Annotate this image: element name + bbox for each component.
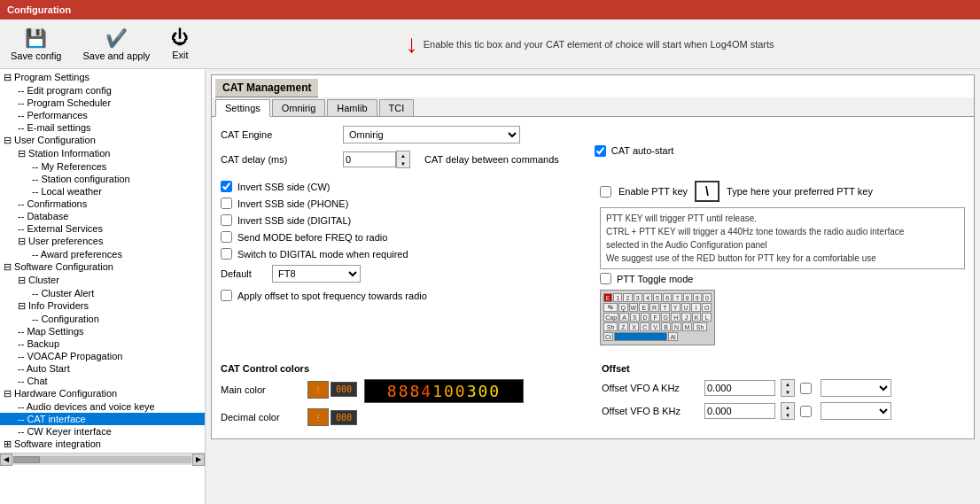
cat-delay-up[interactable]: ▲ (397, 151, 409, 159)
sidebar-item-voacap[interactable]: -- VOACAP Propagation (0, 350, 205, 362)
sidebar-item-station-information[interactable]: ⊟ Station Information (0, 147, 205, 160)
kb-8-key: 8 (683, 293, 692, 302)
vfo-a-up[interactable]: ▲ (782, 380, 794, 388)
sidebar-item-local-weather[interactable]: -- Local weather (0, 185, 205, 198)
vfo-a-select[interactable] (821, 379, 891, 397)
sidebar-item-hardware-configuration[interactable]: ⊟ Hardware Configuration (0, 387, 205, 400)
invert-ssb-digital-label: Invert SSB side (DIGITAL) (237, 215, 351, 226)
cat-autostart-checkbox[interactable] (595, 145, 606, 157)
sidebar-item-user-preferences[interactable]: ⊟ User preferences (0, 235, 205, 248)
switch-digital-checkbox[interactable] (221, 248, 232, 260)
kb-e-key: E (639, 303, 649, 312)
invert-ssb-cw-checkbox[interactable] (221, 181, 232, 192)
kb-6-key: 6 (663, 293, 672, 302)
content-area: CAT Management Settings Omnirig Hamlib T… (206, 69, 980, 504)
invert-ssb-phone-row: Invert SSB side (PHONE) (221, 198, 586, 209)
send-mode-label: Send MODE before FREQ to radio (237, 232, 387, 243)
kb-r-key: R (649, 303, 659, 312)
sidebar-item-my-references[interactable]: -- My References (0, 160, 205, 173)
sidebar-item-auto-start[interactable]: -- Auto Start (0, 362, 205, 375)
exit-button[interactable]: ⏻ Exit (167, 26, 192, 62)
vfo-a-label: Offset VFO A KHz (602, 383, 699, 393)
vfo-b-down[interactable]: ▼ (782, 411, 794, 419)
panel-title: CAT Management (215, 79, 318, 97)
sidebar-item-software-configuration[interactable]: ⊟ Software Configuration (0, 260, 205, 274)
sidebar-item-email-settings[interactable]: -- E-mail settings (0, 121, 205, 134)
sidebar-item-map-settings[interactable]: -- Map Settings (0, 325, 205, 337)
default-mode-select[interactable]: FT8 SSB CW AM FM (272, 265, 361, 283)
decimal-color-swatch[interactable]: ⋮ (307, 408, 329, 426)
kb-f-key: F (650, 313, 660, 322)
sidebar-item-cluster[interactable]: ⊟ Cluster (0, 274, 205, 287)
vfo-b-up[interactable]: ▲ (782, 403, 794, 411)
sidebar-item-program-scheduler[interactable]: -- Program Scheduler (0, 97, 205, 109)
kb-n-key: N (672, 322, 681, 331)
sidebar-item-external-services[interactable]: -- External Services (0, 222, 205, 235)
kb-h-key: H (671, 313, 681, 322)
power-icon: ⏻ (171, 27, 189, 48)
sidebar-item-cat-interface[interactable]: -- CAT interface (0, 413, 205, 425)
sidebar-item-info-providers[interactable]: ⊟ Info Providers (0, 299, 205, 313)
hint-text: Enable this tic box and your CAT element… (424, 39, 774, 50)
sidebar-scrollbar-x[interactable]: ◀ ▶ (0, 453, 205, 465)
right-col: Enable PTT key \ Type here your preferre… (600, 181, 965, 345)
default-mode-label: Default (221, 268, 265, 279)
tab-tci[interactable]: TCI (379, 99, 415, 116)
sidebar-item-chat[interactable]: -- Chat (0, 375, 205, 387)
sidebar-item-audio-devices[interactable]: -- Audio devices and voice keye (0, 400, 205, 413)
save-config-button[interactable]: 💾 Save config (7, 26, 65, 63)
main-color-label: Main color (221, 384, 300, 395)
cat-delay-row: CAT delay (ms) ▲ ▼ CAT delay between com… (221, 151, 559, 168)
sidebar-item-cluster-alert[interactable]: -- Cluster Alert (0, 287, 205, 299)
scroll-right-btn[interactable]: ▶ (192, 454, 205, 466)
sidebar-item-station-configuration[interactable]: -- Station configuration (0, 173, 205, 185)
cat-delay-down[interactable]: ▼ (397, 159, 409, 167)
tab-hamlib[interactable]: Hamlib (327, 99, 377, 116)
kb-5-key: 5 (653, 293, 662, 302)
invert-ssb-digital-checkbox[interactable] (221, 214, 232, 226)
vfo-a-input[interactable] (704, 380, 775, 396)
sidebar-item-user-configuration[interactable]: ⊟ User Configuration (0, 134, 205, 147)
sidebar-item-award-preferences[interactable]: -- Award preferences (0, 248, 205, 260)
vfo-b-label: Offset VFO B KHz (602, 406, 699, 416)
sidebar-item-configuration[interactable]: -- Configuration (0, 313, 205, 325)
tab-omnirig[interactable]: Omnirig (272, 99, 326, 116)
apply-offset-label: Apply offset to spot frequency towards r… (237, 291, 427, 301)
kb-3-key: 3 (634, 293, 642, 302)
hint-arrow: ↓ (406, 32, 418, 57)
kb-row-2: ↹ Q W E R T Y U I O (603, 303, 712, 312)
sidebar-item-software-integration[interactable]: ⊞ Software integration (0, 438, 205, 451)
toolbar: 💾 Save config ✔️ Save and apply ⏻ Exit ↓… (0, 19, 980, 69)
vfo-a-checkbox[interactable] (800, 383, 812, 394)
vfo-b-checkbox[interactable] (800, 406, 812, 417)
sidebar-item-backup[interactable]: -- Backup (0, 337, 205, 350)
ptt-toggle-checkbox[interactable] (600, 273, 611, 284)
decimal-color-label: Decimal color (221, 412, 300, 423)
scroll-left-btn[interactable]: ◀ (0, 454, 12, 466)
kb-q-key: Q (618, 303, 628, 312)
send-mode-checkbox[interactable] (221, 231, 232, 243)
kb-g-key: G (661, 313, 671, 322)
tab-settings[interactable]: Settings (215, 99, 270, 117)
apply-offset-checkbox[interactable] (221, 290, 232, 301)
sidebar-item-database[interactable]: -- Database (0, 210, 205, 222)
exit-label: Exit (172, 50, 188, 60)
cat-delay-input[interactable] (343, 151, 396, 167)
sidebar-item-program-settings[interactable]: ⊟ Program Settings (0, 71, 205, 84)
vfo-b-select[interactable] (821, 402, 891, 420)
ptt-toggle-label: PTT Toggle mode (617, 274, 693, 284)
vfo-a-down[interactable]: ▼ (782, 388, 794, 396)
sidebar-item-performances[interactable]: -- Performances (0, 109, 205, 121)
vfo-b-input[interactable] (704, 403, 775, 419)
main-color-swatch[interactable]: ⋮ (307, 381, 329, 399)
save-apply-button[interactable]: ✔️ Save and apply (79, 26, 153, 63)
kb-ctrl-key: Ct (603, 332, 613, 341)
invert-ssb-phone-checkbox[interactable] (221, 198, 232, 209)
sidebar-item-edit-program-config[interactable]: -- Edit program config (0, 84, 205, 97)
enable-ptt-checkbox[interactable] (600, 186, 611, 198)
cat-engine-select[interactable]: Omnirig Hamlib TCI None (343, 126, 520, 143)
vfo-b-spinner: ▲ ▼ (781, 402, 795, 420)
sidebar-item-cw-keyer[interactable]: -- CW Keyer interface (0, 425, 205, 438)
sidebar-item-confirmations[interactable]: -- Confirmations (0, 198, 205, 210)
send-mode-row: Send MODE before FREQ to radio (221, 231, 586, 243)
